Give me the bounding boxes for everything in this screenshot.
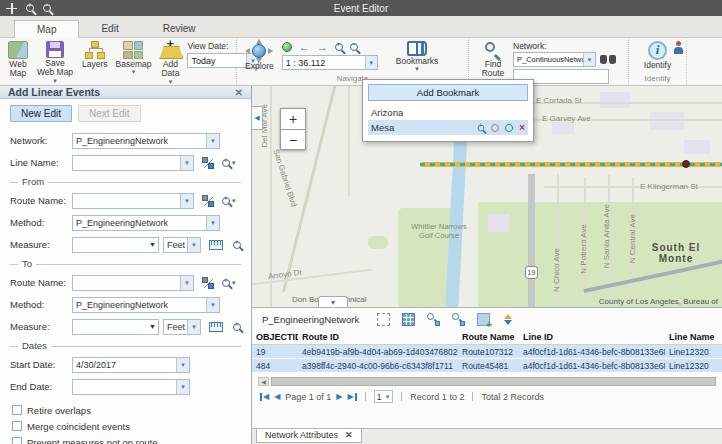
column-header[interactable]: Line Name <box>665 330 722 345</box>
chevron-down-icon: ▾ <box>53 78 57 83</box>
page-select[interactable]: 1 ▼ <box>374 390 394 403</box>
chevron-down-icon: ▼ <box>180 194 193 208</box>
select-route-on-map-icon[interactable] <box>202 195 214 207</box>
add-data-button[interactable]: Add Data ▾ <box>155 40 185 85</box>
line-name-input[interactable]: ▼ <box>72 155 194 171</box>
close-tab-icon[interactable]: ✕ <box>345 430 353 440</box>
retire-overlaps-option[interactable]: Retire overlaps <box>12 404 241 416</box>
explore-button[interactable]: Explore <box>241 40 278 72</box>
scrollbar-thumb[interactable] <box>271 377 716 386</box>
next-edit-button[interactable]: Next Edit <box>78 105 141 122</box>
zoom-to-route-icon[interactable]: +▾ <box>222 197 236 205</box>
merge-coincident-option[interactable]: Merge coincident events <box>12 420 241 432</box>
to-unit-select[interactable]: Feet ▼ <box>163 319 201 335</box>
web-map-button[interactable]: Web Map <box>4 40 32 80</box>
tab-edit[interactable]: Edit <box>79 20 140 37</box>
scroll-left-icon[interactable]: ◀ <box>258 377 269 386</box>
previous-page-icon[interactable]: ◀ <box>274 392 280 401</box>
to-route-name-input[interactable]: ▼ <box>72 275 194 291</box>
chevron-down-icon: ▼ <box>583 53 595 66</box>
from-unit-select[interactable]: Feet ▼ <box>163 237 201 253</box>
ribbon-network-select[interactable]: P_ContinuousNetwork ▼ <box>513 52 596 67</box>
street-label: N Santa Anita Ave <box>602 204 611 268</box>
prevent-measures-option[interactable]: Prevent measures not on route <box>12 436 241 444</box>
select-route-on-map-icon[interactable] <box>202 277 214 289</box>
to-method-select[interactable]: P_EngineeringNetwork ▼ <box>72 297 220 313</box>
full-extent-icon[interactable] <box>282 42 292 52</box>
zoom-to-selected-icon[interactable] <box>427 313 440 326</box>
street-label: E Garvey Ave <box>542 114 591 123</box>
record-range-label: Record 1 to 2 <box>410 392 464 402</box>
add-linear-events-panel: Add Linear Events ✕ New Edit Next Edit N… <box>0 86 252 444</box>
map-zoom-out-button[interactable]: − <box>280 129 306 150</box>
delete-bookmark-icon[interactable]: × <box>519 122 525 133</box>
table-row[interactable]: 19 4eb9419b-af9b-4d04-ab69-1d403476802b … <box>252 345 722 359</box>
sort-icon[interactable] <box>502 313 515 326</box>
basemap-button[interactable]: Basemap ▾ <box>112 40 156 75</box>
city-label: South El Monte <box>640 242 712 264</box>
add-to-selection-icon[interactable] <box>477 313 490 326</box>
zoom-in-tool-icon[interactable]: + <box>335 43 343 51</box>
tab-map[interactable]: Map <box>14 20 79 38</box>
binoculars-icon[interactable] <box>600 55 616 65</box>
column-header[interactable]: Line ID <box>519 330 665 345</box>
route-name-label: Route Name: <box>10 195 72 206</box>
to-measure-input[interactable]: ▼ <box>72 319 159 335</box>
tab-review[interactable]: Review <box>141 20 218 37</box>
next-extent-icon[interactable]: → <box>317 42 328 52</box>
collapse-table-arrow[interactable]: ▼ <box>318 296 348 307</box>
checkbox-icon[interactable] <box>12 437 22 444</box>
bookmark-item-arizona[interactable]: Arizona <box>368 105 528 120</box>
map-zoom-in-button[interactable]: + <box>280 108 306 129</box>
from-measure-input[interactable]: ▼ <box>72 237 159 253</box>
from-method-select[interactable]: P_EngineeringNetwork ▼ <box>72 215 220 231</box>
map-zoom-control: + − <box>280 108 306 150</box>
person-icon[interactable] <box>673 41 684 54</box>
attribute-table-icon[interactable] <box>402 313 415 326</box>
map-scale-select[interactable]: 1 : 36.112 ▼ <box>282 55 378 70</box>
update-bookmark-icon[interactable] <box>503 122 514 133</box>
pan-to-bookmark-icon[interactable] <box>491 124 499 132</box>
selection-options-icon[interactable] <box>377 313 390 326</box>
pan-to-selected-icon[interactable] <box>452 313 465 326</box>
new-edit-button[interactable]: New Edit <box>10 105 72 122</box>
column-header[interactable]: Route ID <box>298 330 458 345</box>
bookmark-item-mesa[interactable]: Mesa + × <box>368 120 528 135</box>
next-page-icon[interactable]: ▶ <box>336 392 342 401</box>
end-date-input[interactable]: ▼ <box>72 379 190 395</box>
zoom-to-measure-icon[interactable]: + <box>233 241 241 249</box>
measure-on-map-icon[interactable] <box>209 240 223 250</box>
identify-button[interactable]: i Identify <box>640 40 675 71</box>
measure-on-map-icon[interactable] <box>209 322 223 332</box>
method-label: Method: <box>10 217 72 228</box>
zoom-to-route-icon[interactable]: +▾ <box>222 279 236 287</box>
checkbox-icon[interactable] <box>12 421 22 431</box>
first-page-icon[interactable]: ◀ <box>260 392 269 401</box>
collapse-panel-arrow[interactable]: ◀ <box>252 106 263 130</box>
zoom-to-line-icon[interactable]: +▾ <box>222 159 236 167</box>
save-web-map-button[interactable]: Save Web Map ▾ <box>32 40 78 84</box>
from-route-name-input[interactable]: ▼ <box>72 193 194 209</box>
column-header[interactable]: Route Name <box>458 330 519 345</box>
add-bookmark-button[interactable]: Add Bookmark <box>368 84 528 101</box>
bookmarks-button[interactable]: Bookmarks ▾ <box>392 40 443 72</box>
zoom-to-measure-icon[interactable]: + <box>233 323 241 331</box>
checkbox-icon[interactable] <box>12 405 22 415</box>
column-header[interactable]: OBJECTID <box>252 330 298 345</box>
select-line-on-map-icon[interactable] <box>202 157 214 169</box>
start-date-input[interactable]: 4/30/2017 ▼ <box>72 357 190 373</box>
layers-button[interactable]: Layers <box>78 40 112 70</box>
table-row[interactable]: 484 a398ff4c-2940-4c00-96b6-c6343f8f1711… <box>252 359 722 373</box>
previous-extent-icon[interactable]: ← <box>299 42 310 52</box>
zoom-out-tool-icon[interactable]: − <box>350 43 358 51</box>
tab-network-attributes[interactable]: Network Attributes ✕ <box>256 429 362 443</box>
page-indicator: Page 1 of 1 <box>285 392 331 402</box>
last-page-icon[interactable]: ▶ <box>348 392 357 401</box>
horizontal-scrollbar[interactable]: ◀ <box>258 376 716 387</box>
zoom-to-bookmark-icon[interactable]: + <box>478 124 485 131</box>
map-road <box>348 86 350 196</box>
close-icon[interactable]: ✕ <box>235 87 243 98</box>
find-route-button[interactable]: Find Route <box>473 40 513 80</box>
network-select[interactable]: P_EngineeringNetwork ▼ <box>72 133 220 149</box>
to-section-label: To <box>18 258 36 269</box>
